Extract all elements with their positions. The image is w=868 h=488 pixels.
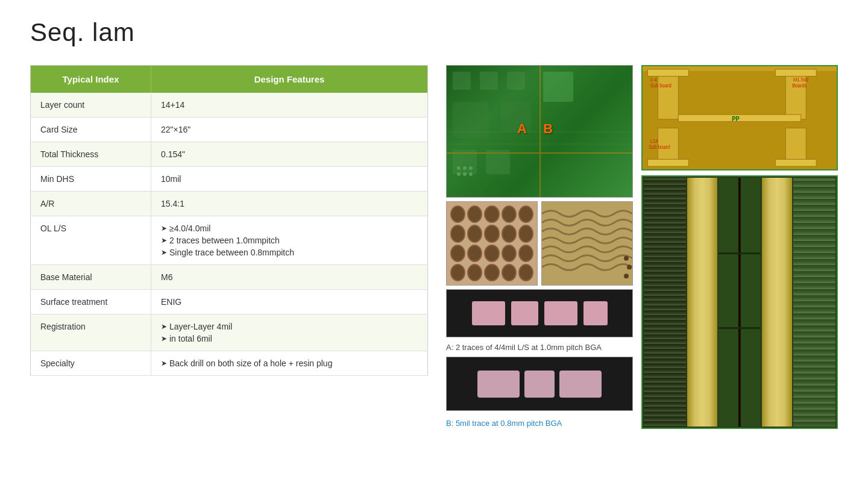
bullet-arrow-icon: ➤ xyxy=(161,322,167,331)
svg-rect-31 xyxy=(678,114,800,122)
bullet-arrow-icon: ➤ xyxy=(161,224,167,233)
table-row-index: Layer count xyxy=(31,93,151,117)
svg-rect-1 xyxy=(480,72,498,90)
table-row-features: 15.4:1 xyxy=(151,192,428,216)
svg-text:PP: PP xyxy=(732,115,740,122)
svg-rect-2 xyxy=(507,72,525,90)
bullet-arrow-icon: ➤ xyxy=(161,359,167,368)
images-section: A B xyxy=(446,65,838,429)
svg-point-14 xyxy=(469,166,473,170)
svg-rect-4 xyxy=(453,102,489,138)
content-area: Typical Index Design Features Layer coun… xyxy=(30,65,838,429)
bullet-item: ➤Back drill on both size of a hole + res… xyxy=(161,358,418,368)
bullet-text: in total 6mil xyxy=(169,334,212,343)
bullet-text: 2 traces between 1.0mmpitch xyxy=(169,236,280,245)
svg-text:L14: L14 xyxy=(650,139,658,145)
svg-rect-23 xyxy=(658,72,678,119)
bullet-arrow-icon: ➤ xyxy=(161,334,167,343)
svg-point-20 xyxy=(624,274,629,278)
col-header-features: Design Features xyxy=(151,66,428,93)
table-row-index: Total Thickness xyxy=(31,142,151,167)
svg-text:M1.5sd: M1.5sd xyxy=(793,77,808,83)
table-row-features: ➤Back drill on both size of a hole + res… xyxy=(151,351,428,376)
features-table: Typical Index Design Features Layer coun… xyxy=(30,65,428,376)
bullet-item: ➤2 traces between 1.0mmpitch xyxy=(161,236,418,245)
svg-point-13 xyxy=(463,166,467,170)
table-row-index: Registration xyxy=(31,314,151,351)
caption-a: A: 2 traces of 4/4mil L/S at 1.0mm pitch… xyxy=(446,342,633,353)
svg-text:Sub board: Sub board xyxy=(649,144,670,150)
bullet-arrow-icon: ➤ xyxy=(161,248,167,257)
svg-text:Sub board: Sub board xyxy=(650,83,672,89)
table-row-features: ENIG xyxy=(151,290,428,314)
svg-rect-0 xyxy=(453,72,471,90)
bullet-text: Single trace between 0.8mmpitch xyxy=(169,248,294,257)
svg-rect-42 xyxy=(719,327,761,329)
svg-rect-41 xyxy=(719,252,761,254)
bottom-image-a xyxy=(446,289,633,337)
bullet-text: ≥4.0/4.0mil xyxy=(169,224,210,233)
svg-text:Boards: Boards xyxy=(792,83,807,89)
bullet-text: Back drill on both size of a hole + resi… xyxy=(169,358,332,368)
label-a: A xyxy=(517,121,527,137)
svg-rect-26 xyxy=(647,159,688,166)
bottom-image-b xyxy=(446,357,633,411)
wavy-pattern-image xyxy=(541,201,633,286)
svg-point-17 xyxy=(469,172,473,176)
table-row-features: ➤Layer-Layer 4mil➤in total 6mil xyxy=(151,314,428,351)
table-row-index: Base Material xyxy=(31,265,151,290)
col-header-index: Typical Index xyxy=(31,66,151,93)
svg-point-19 xyxy=(627,264,632,269)
bullet-item: ➤in total 6mil xyxy=(161,334,418,343)
micro-lines-image xyxy=(641,175,838,429)
bullet-item: ➤Layer-Layer 4mil xyxy=(161,322,418,331)
table-row-index: Card Size xyxy=(31,117,151,142)
svg-point-18 xyxy=(624,256,629,261)
table-row-features: 14+14 xyxy=(151,93,428,117)
bullet-text: Layer-Layer 4mil xyxy=(169,322,232,331)
bullet-arrow-icon: ➤ xyxy=(161,236,167,245)
table-row-index: A/R xyxy=(31,192,151,216)
table-row-features: 22"×16" xyxy=(151,117,428,142)
svg-rect-30 xyxy=(775,159,816,166)
table-row-features: ➤≥4.0/4.0mil➤2 traces between 1.0mmpitch… xyxy=(151,216,428,265)
svg-rect-3 xyxy=(543,72,573,102)
table-row-features: 0.154" xyxy=(151,142,428,167)
table-row-index: OL L/S xyxy=(31,216,151,265)
bullet-item: ➤Single trace between 0.8mmpitch xyxy=(161,248,418,257)
pcb-image: A B xyxy=(446,65,633,198)
schematic-image: 1-4 Sub board M1.5sd Boards PP L14 Sub b… xyxy=(641,65,838,170)
caption-b: B: 5mil trace at 0.8mm pitch BGA xyxy=(446,418,633,429)
table-row-features: 10mil xyxy=(151,167,428,192)
images-left: A B xyxy=(446,65,633,429)
svg-text:1-4: 1-4 xyxy=(650,77,657,83)
label-b: B xyxy=(543,121,553,137)
table-row-features: M6 xyxy=(151,265,428,290)
images-right: 1-4 Sub board M1.5sd Boards PP L14 Sub b… xyxy=(641,65,838,429)
svg-point-16 xyxy=(463,172,467,176)
sub-images-row xyxy=(446,201,633,286)
table-row-index: Min DHS xyxy=(31,167,151,192)
svg-rect-25 xyxy=(647,69,688,77)
bullet-item: ➤≥4.0/4.0mil xyxy=(161,224,418,233)
table-row-index: Specialty xyxy=(31,351,151,376)
table-row-index: Surface treatment xyxy=(31,290,151,314)
svg-point-15 xyxy=(457,172,461,176)
svg-rect-28 xyxy=(785,128,806,164)
page-title: Seq. lam xyxy=(30,18,838,47)
svg-point-12 xyxy=(457,166,461,170)
table-section: Typical Index Design Features Layer coun… xyxy=(30,65,428,376)
svg-rect-29 xyxy=(775,69,816,77)
circles-pattern-image xyxy=(446,201,538,286)
